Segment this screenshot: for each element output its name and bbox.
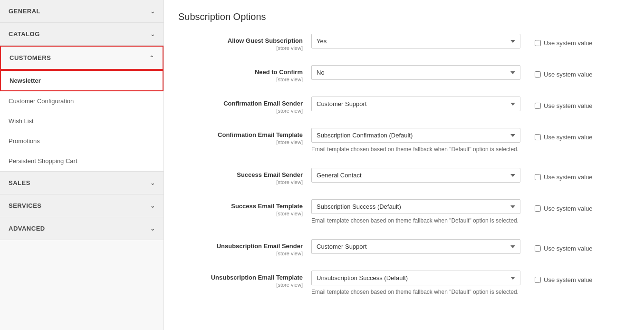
sidebar-section-catalog: CATALOG ⌄ (0, 23, 163, 46)
use-system-value-conf-template[interactable]: Use system value (535, 130, 593, 141)
main-content: Subscription Options Allow Guest Subscri… (164, 0, 644, 330)
sidebar-general-label: GENERAL (9, 8, 40, 15)
sidebar-item-newsletter[interactable]: Newsletter (0, 70, 163, 91)
select-wrap-unsub-template: Unsubscription Success (Default) Use sys… (311, 271, 630, 285)
checkbox-allow-guest[interactable] (535, 40, 541, 46)
sublabel-allow-guest: [store view] (178, 45, 303, 51)
control-col-unsub-sender: Customer Support General Contact Sales R… (311, 239, 630, 254)
label-col-success-sender: Success Email Sender [store view] (178, 168, 311, 185)
use-system-value-unsub-template[interactable]: Use system value (535, 273, 593, 283)
checkbox-conf-template[interactable] (535, 134, 541, 140)
select-confirmation-email-sender[interactable]: Customer Support General Contact Sales R… (311, 97, 520, 111)
use-system-value-label: Use system value (544, 39, 593, 47)
field-row-success-email-sender: Success Email Sender [store view] Genera… (178, 168, 630, 190)
use-system-value-conf-sender[interactable]: Use system value (535, 99, 593, 109)
label-col-conf-sender: Confirmation Email Sender [store view] (178, 97, 311, 114)
label-success-email-template: Success Email Template (231, 203, 303, 210)
checkbox-unsub-sender[interactable] (535, 245, 541, 252)
checkbox-success-sender[interactable] (535, 174, 541, 180)
field-row-confirmation-email-sender: Confirmation Email Sender [store view] C… (178, 97, 630, 118)
sidebar-item-advanced[interactable]: ADVANCED ⌄ (0, 217, 163, 240)
use-system-value-need-confirm[interactable]: Use system value (535, 68, 593, 78)
sidebar-item-customer-configuration[interactable]: Customer Configuration (0, 91, 163, 111)
sidebar-section-advanced: ADVANCED ⌄ (0, 217, 163, 240)
control-col-conf-template: Subscription Confirmation (Default) Use … (311, 128, 630, 154)
sidebar-item-services[interactable]: SERVICES ⌄ (0, 194, 163, 217)
sidebar-customer-config-label: Customer Configuration (9, 97, 74, 105)
checkbox-unsub-template[interactable] (535, 277, 541, 283)
chevron-down-icon: ⌄ (150, 203, 155, 209)
use-system-value-label-4: Use system value (544, 134, 593, 141)
select-confirmation-email-template[interactable]: Subscription Confirmation (Default) (311, 128, 520, 143)
select-allow-guest-subscription[interactable]: Yes No (311, 34, 520, 49)
label-col-unsub-sender: Unsubscription Email Sender [store view] (178, 239, 311, 256)
checkbox-success-template[interactable] (535, 205, 541, 212)
select-unsubscription-email-template[interactable]: Unsubscription Success (Default) (311, 271, 520, 285)
select-wrap-conf-template: Subscription Confirmation (Default) Use … (311, 128, 630, 143)
sidebar-wish-list-label: Wish List (9, 117, 34, 125)
label-unsubscription-email-sender: Unsubscription Email Sender (217, 243, 303, 250)
sidebar-section-general: GENERAL ⌄ (0, 0, 163, 23)
sidebar-section-services: SERVICES ⌄ (0, 194, 163, 217)
sidebar-item-general[interactable]: GENERAL ⌄ (0, 0, 163, 22)
label-need-to-confirm: Need to Confirm (255, 68, 303, 76)
select-wrap-conf-sender: Customer Support General Contact Sales R… (311, 97, 630, 111)
sidebar-persistent-cart-label: Persistent Shopping Cart (9, 157, 77, 165)
use-system-value-success-template[interactable]: Use system value (535, 202, 593, 212)
control-col-success-template: Subscription Success (Default) Use syste… (311, 199, 630, 225)
sidebar-item-sales[interactable]: SALES ⌄ (0, 172, 163, 194)
control-col-conf-sender: Customer Support General Contact Sales R… (311, 97, 630, 111)
sidebar-item-persistent-shopping-cart[interactable]: Persistent Shopping Cart (0, 151, 163, 171)
hint-conf-template: Email template chosen based on theme fal… (311, 145, 519, 154)
use-system-value-label-2: Use system value (544, 71, 593, 78)
select-unsubscription-email-sender[interactable]: Customer Support General Contact Sales R… (311, 239, 520, 254)
sidebar-advanced-label: ADVANCED (9, 225, 45, 232)
label-col-unsub-template: Unsubscription Email Template [store vie… (178, 271, 311, 288)
use-system-value-label-6: Use system value (544, 205, 593, 212)
select-success-email-sender[interactable]: General Contact Customer Support Sales R… (311, 168, 520, 183)
hint-unsub-template: Email template chosen based on theme fal… (311, 288, 519, 296)
sidebar-item-catalog[interactable]: CATALOG ⌄ (0, 23, 163, 45)
checkbox-need-confirm[interactable] (535, 71, 541, 78)
use-system-value-label-3: Use system value (544, 102, 593, 109)
use-system-value-unsub-sender[interactable]: Use system value (535, 242, 593, 252)
use-system-value-label-5: Use system value (544, 174, 593, 181)
chevron-down-icon: ⌄ (150, 180, 155, 186)
chevron-down-icon: ⌄ (150, 8, 155, 15)
control-col-allow-guest: Yes No Use system value (311, 34, 630, 49)
use-system-value-allow-guest[interactable]: Use system value (535, 36, 593, 47)
sidebar-item-promotions[interactable]: Promotions (0, 131, 163, 151)
sidebar-sales-label: SALES (9, 179, 30, 186)
select-success-email-template[interactable]: Subscription Success (Default) (311, 199, 520, 214)
sidebar-item-customers[interactable]: CUSTOMERS ⌃ (0, 46, 163, 70)
select-need-to-confirm[interactable]: No Yes (311, 65, 520, 80)
sublabel-unsub-template: [store view] (178, 282, 303, 288)
sidebar-newsletter-label: Newsletter (10, 77, 41, 84)
label-confirmation-email-sender: Confirmation Email Sender (223, 100, 303, 107)
control-col-need-confirm: No Yes Use system value (311, 65, 630, 80)
sublabel-success-sender: [store view] (178, 179, 303, 185)
chevron-down-icon: ⌄ (150, 225, 155, 232)
select-wrap-allow-guest: Yes No Use system value (311, 34, 630, 49)
label-col-success-template: Success Email Template [store view] (178, 199, 311, 216)
checkbox-conf-sender[interactable] (535, 103, 541, 109)
field-row-allow-guest-subscription: Allow Guest Subscription [store view] Ye… (178, 34, 630, 56)
field-row-unsub-sender: Unsubscription Email Sender [store view]… (178, 239, 630, 261)
sidebar: GENERAL ⌄ CATALOG ⌄ CUSTOMERS ⌃ Newslett… (0, 0, 164, 330)
chevron-up-icon: ⌃ (149, 55, 154, 61)
sublabel-conf-template: [store view] (178, 139, 303, 145)
select-wrap-success-template: Subscription Success (Default) Use syste… (311, 199, 630, 214)
field-row-confirmation-email-template: Confirmation Email Template [store view]… (178, 128, 630, 158)
label-col-conf-template: Confirmation Email Template [store view] (178, 128, 311, 145)
field-row-need-to-confirm: Need to Confirm [store view] No Yes Use … (178, 65, 630, 87)
label-confirmation-email-template: Confirmation Email Template (218, 131, 303, 138)
sidebar-item-wish-list[interactable]: Wish List (0, 111, 163, 131)
hint-success-template: Email template chosen based on theme fal… (311, 216, 519, 225)
label-success-email-sender: Success Email Sender (237, 171, 303, 178)
use-system-value-label-7: Use system value (544, 245, 593, 252)
sidebar-section-customers: CUSTOMERS ⌃ Newsletter Customer Configur… (0, 46, 163, 172)
sidebar-section-sales: SALES ⌄ (0, 172, 163, 194)
sublabel-unsub-sender: [store view] (178, 251, 303, 256)
use-system-value-success-sender[interactable]: Use system value (535, 170, 593, 181)
label-unsubscription-email-template: Unsubscription Email Template (211, 274, 303, 281)
